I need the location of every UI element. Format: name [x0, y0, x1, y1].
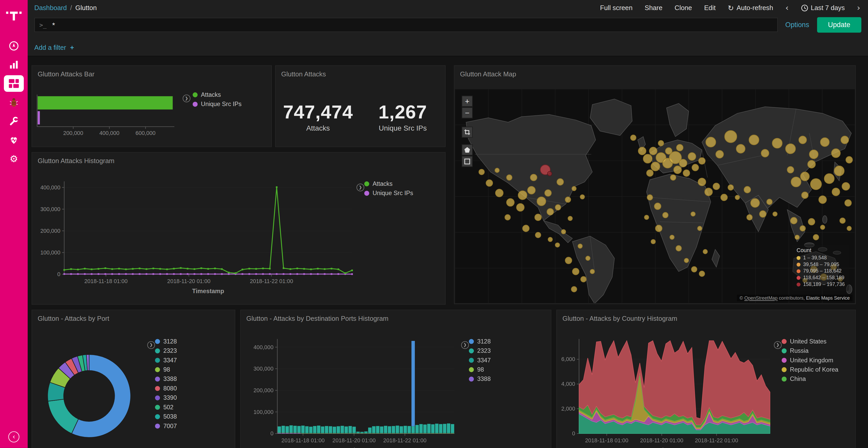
legend-item[interactable]: 5038	[155, 413, 177, 420]
attack-circle[interactable]	[842, 182, 850, 190]
attack-circle[interactable]	[630, 135, 636, 140]
attack-circle[interactable]	[557, 179, 564, 185]
attack-circle[interactable]	[676, 245, 681, 251]
attack-circle[interactable]	[691, 267, 697, 272]
attack-circle[interactable]	[495, 189, 503, 197]
attack-circle[interactable]	[810, 179, 822, 190]
attack-circle[interactable]	[808, 218, 815, 225]
attack-circle[interactable]	[647, 170, 653, 176]
attack-circle[interactable]	[800, 226, 805, 231]
breadcrumb-dashboard-link[interactable]: Dashboard	[34, 4, 67, 12]
attack-circle[interactable]	[545, 190, 552, 196]
attack-circle[interactable]	[820, 138, 829, 146]
attack-circle[interactable]	[586, 256, 590, 261]
attack-circle[interactable]	[846, 157, 852, 163]
attack-circle[interactable]	[505, 214, 510, 220]
attack-circle[interactable]	[698, 178, 706, 186]
attack-circle[interactable]	[832, 149, 840, 158]
attack-circle[interactable]	[698, 226, 702, 231]
attack-circle[interactable]	[787, 167, 794, 173]
attack-circle[interactable]	[523, 225, 529, 232]
attack-circle[interactable]	[699, 271, 705, 276]
attack-circle[interactable]	[537, 197, 546, 206]
attack-circle[interactable]	[790, 217, 797, 224]
legend-item[interactable]: 3388	[469, 376, 491, 382]
attack-circle[interactable]	[845, 200, 851, 206]
attack-circle[interactable]	[578, 244, 582, 248]
attack-circle[interactable]	[692, 164, 699, 171]
attack-circle[interactable]	[528, 186, 535, 194]
attack-circle[interactable]	[799, 136, 807, 144]
attack-circle[interactable]	[824, 174, 834, 184]
map-viewport[interactable]: + −	[455, 89, 855, 303]
attack-circle[interactable]	[813, 235, 819, 240]
attack-circle[interactable]	[773, 212, 777, 216]
fit-bounds-button[interactable]	[462, 127, 473, 138]
attack-circle[interactable]	[801, 172, 809, 181]
attack-circle[interactable]	[683, 170, 690, 176]
attack-circle[interactable]	[674, 166, 681, 174]
attack-circle[interactable]	[572, 186, 576, 191]
attack-circle[interactable]	[548, 237, 552, 242]
sidebar-item-visualize[interactable]	[0, 55, 28, 74]
openstreetmap-link[interactable]: OpenStreetMap	[744, 295, 778, 301]
update-button[interactable]: Update	[817, 17, 861, 33]
attack-circle[interactable]	[795, 235, 799, 240]
attack-circle[interactable]	[834, 166, 844, 176]
attack-circle[interactable]	[721, 194, 727, 201]
attack-circle[interactable]	[565, 257, 572, 264]
draw-rectangle-button[interactable]	[462, 156, 473, 167]
attack-circle[interactable]	[809, 150, 818, 159]
elastic-maps-service-link[interactable]: Elastic Maps Service	[806, 295, 850, 301]
attack-circle[interactable]	[506, 199, 514, 206]
ports-histogram-canvas[interactable]: 0100,000200,000300,000400,0002018-11-18 …	[241, 310, 551, 448]
legend-item[interactable]: China	[782, 376, 839, 382]
attack-circle[interactable]	[832, 188, 840, 196]
attack-circle[interactable]	[820, 225, 825, 230]
attack-circle[interactable]	[530, 174, 537, 181]
attack-circle[interactable]	[651, 162, 660, 171]
attack-circle[interactable]	[749, 135, 759, 145]
attack-circle[interactable]	[688, 152, 696, 160]
legend-item[interactable]: Republic of Korea	[782, 366, 839, 373]
attack-circle[interactable]	[791, 177, 801, 187]
attack-circle[interactable]	[728, 185, 734, 190]
attack-circle[interactable]	[747, 214, 752, 220]
attack-circle[interactable]	[713, 183, 720, 190]
attack-circle[interactable]	[699, 158, 705, 164]
attack-circle[interactable]	[840, 218, 845, 223]
attack-circle[interactable]	[716, 150, 723, 158]
clone-button[interactable]: Clone	[675, 4, 692, 12]
attack-circle[interactable]	[760, 211, 766, 217]
options-link[interactable]: Options	[785, 21, 809, 29]
attack-circle[interactable]	[495, 168, 499, 172]
sidebar-item-discover[interactable]	[0, 36, 28, 55]
full-screen-button[interactable]: Full screen	[600, 4, 633, 12]
query-input[interactable]	[51, 20, 773, 29]
attack-circle[interactable]	[802, 192, 808, 199]
attack-circle[interactable]	[751, 199, 760, 207]
attack-circle[interactable]	[548, 171, 552, 176]
attack-circle[interactable]	[691, 212, 695, 216]
attack-circle[interactable]	[841, 136, 848, 144]
attack-circle[interactable]	[581, 276, 586, 282]
attack-circle[interactable]	[654, 203, 661, 210]
attack-circle[interactable]	[565, 197, 571, 202]
attack-circle[interactable]	[705, 188, 712, 196]
legend-item[interactable]: 98	[469, 366, 491, 373]
attack-circle[interactable]	[761, 149, 769, 157]
zoom-out-button[interactable]: −	[462, 107, 473, 118]
legend-item[interactable]: 3390	[155, 394, 177, 401]
legend-item[interactable]: Attacks	[193, 91, 242, 98]
attack-circle[interactable]	[671, 175, 676, 180]
attack-circle[interactable]	[655, 225, 662, 232]
legend-toggle-button[interactable]: ❯	[183, 95, 190, 102]
legend-item[interactable]: Unique Src IPs	[193, 101, 242, 107]
attack-circle[interactable]	[547, 208, 554, 215]
attack-circle[interactable]	[772, 138, 782, 148]
legend-item[interactable]: Unique Src IPs	[364, 190, 413, 196]
attack-circle[interactable]	[571, 286, 577, 292]
attack-circle[interactable]	[735, 195, 740, 200]
attacks-histogram-canvas[interactable]: 0100,000200,000300,000400,0002018-11-18 …	[32, 152, 445, 305]
legend-toggle-button[interactable]: ❯	[356, 183, 364, 191]
